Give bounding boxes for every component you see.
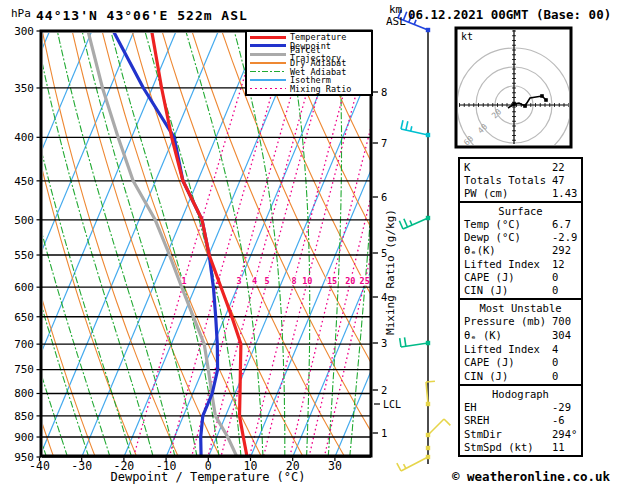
hodograph-table: HodographEH-29SREH-6StmDir294°StmSpd (kt… bbox=[458, 384, 583, 457]
row-value: 700 bbox=[552, 315, 581, 327]
row-label: CIN (J) bbox=[464, 284, 552, 296]
table-row: PW (cm)1.43 bbox=[460, 187, 581, 199]
row-value: 4 bbox=[552, 343, 581, 355]
table-row: Lifted Index12 bbox=[460, 258, 581, 270]
mixing-ratio-label: 8 bbox=[291, 276, 296, 286]
pressure-tick-label: 750 bbox=[14, 363, 34, 376]
row-label: Totals Totals bbox=[464, 174, 552, 186]
row-value: -2.9 bbox=[552, 231, 581, 243]
table-row: EH-29 bbox=[460, 401, 581, 413]
pressure-tick-label: 300 bbox=[14, 25, 34, 38]
pressure-tick-label: 700 bbox=[14, 338, 34, 351]
wind-barb bbox=[399, 216, 430, 229]
row-value: 292 bbox=[552, 244, 581, 256]
indices-table: K22Totals Totals47PW (cm)1.43 bbox=[458, 157, 583, 203]
footer-credit: © weatheronline.co.uk bbox=[452, 469, 610, 484]
table-row: CIN (J)0 bbox=[460, 284, 581, 296]
surface-table: SurfaceTemp (°C)6.7Dewp (°C)-2.9θₑ(K)292… bbox=[458, 201, 583, 300]
table-row: CAPE (J)0 bbox=[460, 271, 581, 283]
row-value: 0 bbox=[552, 356, 581, 368]
row-value: -6 bbox=[552, 414, 581, 426]
legend-line-sample bbox=[250, 36, 286, 39]
table-row: Dewp (°C)-2.9 bbox=[460, 231, 581, 243]
mixing-ratio-label: 20 bbox=[345, 276, 355, 286]
km-tick-label: 2 bbox=[381, 384, 387, 396]
most-unstable-table: Most UnstablePressure (mb)700θₑ (K)304Li… bbox=[458, 298, 583, 386]
legend-item: Isotherm bbox=[247, 76, 371, 84]
wind-barb bbox=[397, 455, 430, 471]
legend-label: Dry Adiabat bbox=[290, 59, 346, 67]
wind-barb bbox=[401, 120, 430, 137]
pressure-tick-label: 850 bbox=[14, 410, 34, 423]
hodograph-ring-label: 60 bbox=[462, 134, 475, 147]
legend-label: Isotherm bbox=[290, 76, 331, 84]
legend-line-sample bbox=[250, 44, 286, 47]
km-tick-label: 8 bbox=[381, 86, 387, 98]
mixing-ratio-label: 4 bbox=[252, 276, 257, 286]
row-value: 6.7 bbox=[552, 218, 581, 230]
wind-barb bbox=[426, 419, 451, 437]
table-row: θₑ (K)304 bbox=[460, 329, 581, 341]
row-label: EH bbox=[464, 401, 552, 413]
most-unstable-table-header: Most Unstable bbox=[460, 302, 581, 314]
hodograph-table-header: Hodograph bbox=[460, 388, 581, 400]
row-value: 304 bbox=[552, 329, 581, 341]
row-label: Lifted Index bbox=[464, 258, 552, 270]
row-label: Lifted Index bbox=[464, 343, 552, 355]
km-tick-label: 3 bbox=[381, 337, 387, 349]
row-value: -29 bbox=[552, 401, 581, 413]
km-tick-label: 1 bbox=[381, 427, 387, 439]
table-row: SREH-6 bbox=[460, 414, 581, 426]
pressure-tick-label: 800 bbox=[14, 387, 34, 400]
row-value: 0 bbox=[552, 370, 581, 382]
page-title: 44°13'N 43°06'E 522m ASL bbox=[36, 8, 248, 23]
row-label: Pressure (mb) bbox=[464, 315, 552, 327]
lcl-label: LCL bbox=[383, 399, 401, 410]
indices-panel: K22Totals Totals47PW (cm)1.43SurfaceTemp… bbox=[458, 157, 583, 457]
mixing-ratio-axis-title: Mixing Ratio (g/kg) bbox=[384, 209, 397, 335]
table-row: StmDir294° bbox=[460, 428, 581, 440]
row-label: Temp (°C) bbox=[464, 218, 552, 230]
mixing-ratio-label: 3 bbox=[237, 276, 242, 286]
mixing-ratio-label: 5 bbox=[264, 276, 269, 286]
chart-legend: TemperatureDewpointParcel TrajectoryDry … bbox=[245, 30, 373, 96]
pressure-tick-label: 450 bbox=[14, 175, 34, 188]
row-label: StmDir bbox=[464, 428, 552, 440]
row-label: CAPE (J) bbox=[464, 271, 552, 283]
row-label: PW (cm) bbox=[464, 187, 552, 199]
row-value: 0 bbox=[552, 284, 581, 296]
row-value: 294° bbox=[552, 428, 581, 440]
row-label: CIN (J) bbox=[464, 370, 552, 382]
mixing-ratio-labels: 12345810152025 bbox=[181, 276, 369, 286]
table-row: Totals Totals47 bbox=[460, 174, 581, 186]
pressure-tick-label: 350 bbox=[14, 82, 34, 95]
wind-barb bbox=[426, 446, 430, 450]
wind-barb-column bbox=[397, 10, 451, 471]
legend-item: Mixing Ratio bbox=[247, 85, 371, 93]
surface-table-header: Surface bbox=[460, 205, 581, 217]
row-label: CAPE (J) bbox=[464, 356, 552, 368]
pressure-unit-label: hPa bbox=[11, 7, 31, 20]
row-label: θₑ (K) bbox=[464, 329, 552, 341]
table-row: K22 bbox=[460, 161, 581, 173]
row-label: StmSpd (kt) bbox=[464, 441, 552, 453]
row-value: 1.43 bbox=[552, 187, 581, 199]
pressure-tick-label: 400 bbox=[14, 131, 34, 144]
legend-item: Dry Adiabat bbox=[247, 59, 371, 67]
legend-line-sample bbox=[250, 88, 286, 90]
row-label: Dewp (°C) bbox=[464, 231, 552, 243]
row-label: K bbox=[464, 161, 552, 173]
km-tick-label: 7 bbox=[381, 137, 387, 149]
pressure-tick-label: 900 bbox=[14, 431, 34, 444]
temperature-tick-label: 30 bbox=[328, 459, 342, 473]
table-row: Lifted Index4 bbox=[460, 343, 581, 355]
datetime-title: 06.12.2021 00GMT (Base: 00) bbox=[408, 7, 611, 22]
row-label: θₑ(K) bbox=[464, 244, 552, 256]
mixing-ratio-label: 25 bbox=[360, 276, 370, 286]
temperature-tick-label: -30 bbox=[71, 459, 92, 473]
hodograph-unit-label: kt bbox=[461, 31, 473, 42]
legend-line-sample bbox=[250, 62, 286, 64]
wind-barb bbox=[426, 381, 435, 406]
row-value: 0 bbox=[552, 271, 581, 283]
row-value: 12 bbox=[552, 258, 581, 270]
